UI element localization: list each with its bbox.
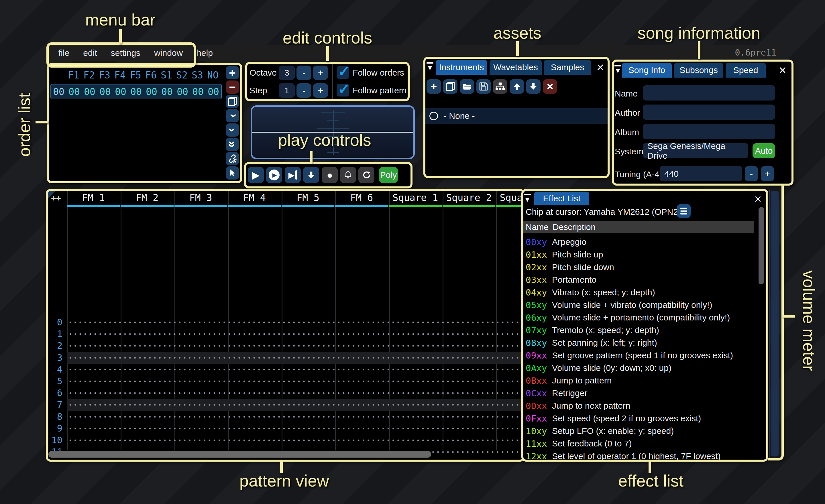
order-cell[interactable]: 00	[144, 86, 159, 97]
order-select-button[interactable]	[226, 166, 239, 180]
play-button[interactable]: ▶	[248, 167, 264, 183]
close-icon[interactable]: ×	[597, 61, 604, 74]
author-field[interactable]	[643, 104, 775, 120]
pattern-row[interactable]: 6	[48, 387, 523, 399]
pattern-row[interactable]: 3	[48, 352, 523, 364]
menu-item[interactable]: window	[147, 48, 190, 58]
tab-instruments[interactable]: Instruments	[436, 60, 487, 75]
effect-row[interactable]: 05xy Volume slide + vibrato (compatibili…	[523, 299, 754, 311]
asset-move-down-button[interactable]	[526, 79, 540, 94]
effect-row[interactable]: 0Bxx Jump to pattern	[523, 374, 754, 387]
pattern-row-cells[interactable]	[67, 340, 523, 352]
name-field[interactable]	[643, 85, 775, 100]
order-move-down-button[interactable]: ›	[226, 123, 239, 137]
order-cell[interactable]: 00	[97, 86, 113, 97]
order-cell[interactable]: 00	[66, 86, 82, 97]
pattern-horizontal-scrollbar[interactable]	[49, 451, 431, 457]
tab-samples[interactable]: Samples	[544, 60, 591, 75]
follow-orders-checkbox[interactable]: ✓	[336, 66, 349, 79]
collapse-icon[interactable]: ▼	[524, 194, 531, 203]
poly-button[interactable]: Poly	[379, 167, 398, 183]
hamburger-menu-button[interactable]	[677, 204, 691, 218]
order-duplicate-button[interactable]	[226, 95, 239, 108]
order-unlink-button[interactable]	[226, 152, 239, 165]
order-cell[interactable]: 00	[128, 86, 144, 97]
pattern-grid[interactable]: 0 1 2 3 4 5	[48, 317, 523, 459]
order-move-up-button[interactable]: ‹	[226, 109, 239, 122]
system-select[interactable]: Sega Genesis/Mega Drive	[643, 143, 748, 158]
channel-header[interactable]: FM 6	[335, 192, 389, 207]
channel-header[interactable]: Square 2	[443, 192, 496, 207]
effect-row[interactable]: 03xx Portamento	[523, 273, 754, 286]
follow-pattern-checkbox[interactable]: ✓	[336, 84, 349, 96]
pattern-row-cells[interactable]	[67, 387, 523, 399]
asset-add-button[interactable]: +	[427, 79, 441, 94]
record-button[interactable]: ●	[322, 167, 338, 183]
metronome-button[interactable]	[340, 167, 356, 183]
asset-move-up-button[interactable]	[510, 79, 524, 94]
repeat-button[interactable]	[358, 167, 374, 183]
order-cell[interactable]: 00	[159, 86, 175, 97]
order-list-row[interactable]: 00 00000000000000000000	[51, 84, 222, 99]
order-cell[interactable]: 00	[113, 86, 128, 97]
channel-header[interactable]: Square 3	[496, 192, 525, 207]
pattern-row[interactable]: 1	[48, 328, 523, 340]
system-auto-button[interactable]: Auto	[753, 143, 775, 158]
step-plus-button[interactable]: +	[313, 83, 328, 98]
effect-list-scrollbar[interactable]	[759, 207, 764, 284]
pattern-row[interactable]: 7	[48, 399, 523, 411]
album-field[interactable]	[643, 124, 775, 139]
close-icon[interactable]: ×	[779, 64, 786, 76]
asset-open-button[interactable]	[460, 79, 474, 94]
tuning-minus-button[interactable]: -	[745, 166, 758, 181]
channel-header[interactable]: FM 3	[174, 192, 228, 207]
effect-row[interactable]: 00xy Arpeggio	[523, 236, 754, 248]
order-add-button[interactable]: +	[226, 66, 239, 79]
effect-row[interactable]: 12xx Set level of operator 1 (0 highest,…	[523, 450, 754, 461]
order-move-to-bottom-button[interactable]: »	[226, 138, 239, 151]
follow-pattern-label[interactable]: Follow pattern	[353, 86, 406, 95]
effect-row[interactable]: 0Dxx Jump to next pattern	[523, 400, 754, 412]
effect-table-header[interactable]: Name Description	[523, 221, 754, 233]
pattern-row[interactable]: 8	[48, 411, 523, 423]
channel-header[interactable]: FM 1	[67, 192, 121, 207]
pattern-row-cells[interactable]	[67, 423, 523, 434]
effect-row[interactable]: 06xy Volume slide + portamento (compatib…	[523, 311, 754, 324]
effect-row[interactable]: 0Cxx Retrigger	[523, 387, 754, 400]
menu-item[interactable]: help	[190, 48, 220, 58]
octave-value-field[interactable]: 3	[279, 66, 295, 80]
instrument-list-item[interactable]: - None -	[425, 108, 608, 124]
collapse-icon[interactable]: ▼	[427, 62, 433, 71]
effect-row[interactable]: 04xy Vibrato (x: speed; y: depth)	[523, 286, 754, 299]
effect-row[interactable]: 0Axy Volume slide (0y: down; x0: up)	[523, 362, 754, 374]
order-cell[interactable]: 00	[82, 86, 97, 97]
order-cell[interactable]: 00	[206, 86, 221, 97]
tab-subsongs[interactable]: Subsongs	[674, 63, 723, 78]
effect-row[interactable]: 09xx Set groove pattern (speed 1 if no g…	[523, 349, 754, 362]
asset-save-button[interactable]	[476, 79, 491, 94]
tab-speed[interactable]: Speed	[726, 63, 766, 78]
octave-plus-button[interactable]: +	[313, 66, 328, 80]
channel-header[interactable]: FM 5	[282, 192, 335, 207]
pattern-row[interactable]: 9	[48, 423, 523, 434]
effect-row[interactable]: 07xy Tremolo (x: speed; y: depth)	[523, 324, 754, 336]
effect-row[interactable]: 01xx Pitch slide up	[523, 248, 754, 261]
pattern-row[interactable]: 4	[48, 364, 523, 375]
step-value-field[interactable]: 1	[279, 83, 295, 98]
play-one-row-button[interactable]: ▶	[285, 167, 301, 183]
menu-item[interactable]: settings	[104, 48, 147, 58]
asset-duplicate-button[interactable]	[443, 79, 457, 94]
menu-item[interactable]: edit	[76, 48, 104, 58]
close-icon[interactable]: ×	[754, 193, 762, 205]
tuning-field[interactable]: 440	[660, 166, 742, 181]
asset-organize-button[interactable]	[493, 79, 507, 94]
pattern-row-cells[interactable]	[67, 399, 523, 411]
step-minus-button[interactable]: -	[297, 83, 311, 98]
play-pattern-button[interactable]: ▶	[266, 167, 282, 183]
follow-orders-label[interactable]: Follow orders	[353, 68, 404, 78]
step-down-button[interactable]	[303, 167, 319, 183]
tab-song-info[interactable]: Song Info	[622, 63, 672, 78]
collapse-icon[interactable]: ▼	[614, 65, 621, 74]
effect-row[interactable]: 10xy Setup LFO (x: enable; y: speed)	[523, 425, 754, 437]
tuning-plus-button[interactable]: +	[761, 166, 774, 181]
